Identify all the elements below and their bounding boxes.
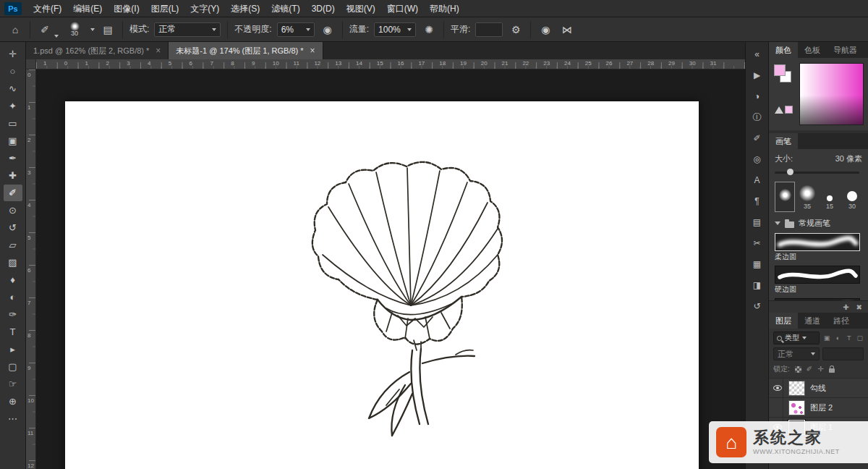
filter-pixel-layers-icon[interactable]: ▣ — [823, 333, 830, 343]
menu-item-help[interactable]: 帮助(H) — [424, 0, 465, 17]
brush-preset-soft-round[interactable]: 柔边圆 — [775, 233, 862, 261]
menu-item-layer[interactable]: 图层(L) — [145, 0, 185, 17]
tool-lasso[interactable]: ∿ — [4, 80, 22, 97]
tool-presets-panel-icon[interactable]: ✂ — [750, 237, 765, 250]
tool-frame[interactable]: ▣ — [4, 132, 22, 149]
brush-settings-panel-toggle-icon[interactable]: ▤ — [100, 22, 116, 38]
tool-path-select[interactable]: ▸ — [4, 341, 22, 358]
opacity-dropdown[interactable]: 6% — [277, 22, 315, 37]
layer-thumbnail[interactable] — [788, 381, 805, 396]
slider-thumb[interactable] — [787, 169, 793, 175]
document-canvas[interactable] — [65, 101, 699, 469]
ruler-origin-corner[interactable] — [26, 59, 36, 69]
visibility-toggle[interactable] — [773, 379, 783, 397]
tool-eraser[interactable]: ▱ — [4, 237, 22, 253]
info-panel-icon[interactable]: Ⓘ — [750, 111, 765, 124]
menu-item-3d[interactable]: 3D(D) — [306, 0, 341, 17]
layer-filter-type-dropdown[interactable]: 类型 — [773, 331, 820, 345]
actions-panel-icon[interactable]: ▶ — [750, 69, 765, 82]
tool-edit-toolbar[interactable]: ⋯ — [4, 410, 22, 427]
menu-item-filter[interactable]: 滤镜(T) — [265, 0, 305, 17]
character-panel-icon[interactable]: A — [750, 174, 765, 187]
tab-channels[interactable]: 通道 — [798, 313, 827, 329]
brush-tip-item[interactable]: 35 — [797, 182, 817, 212]
tool-crop[interactable]: ▭ — [4, 115, 22, 132]
lock-position-icon[interactable]: ✛ — [817, 366, 823, 373]
clone-source-panel-icon[interactable]: ◎ — [750, 153, 765, 166]
tab-layers[interactable]: 图层 — [769, 313, 798, 329]
tool-pen[interactable]: ✑ — [4, 306, 22, 323]
properties-panel-icon[interactable]: ◨ — [750, 279, 765, 292]
close-icon[interactable]: × — [156, 46, 161, 55]
menu-item-select[interactable]: 选择(S) — [225, 0, 265, 17]
lock-pixels-icon[interactable]: ✐ — [807, 366, 812, 373]
brush-preset-hard-round[interactable]: 硬边圆 — [775, 266, 862, 294]
tool-history-brush[interactable]: ↺ — [4, 219, 22, 236]
flow-dropdown[interactable]: 100% — [374, 22, 416, 37]
tool-preset-picker[interactable]: ✐ — [37, 22, 59, 38]
tool-quick-selection[interactable]: ✦ — [4, 98, 22, 114]
brush-tip-item[interactable]: 15 — [820, 182, 840, 212]
pressure-size-icon[interactable]: ◉ — [537, 22, 553, 38]
tool-brush[interactable]: ✐ — [4, 185, 22, 201]
glyphs-panel-icon[interactable]: ▤ — [750, 216, 765, 229]
airbrush-icon[interactable]: ✺ — [421, 22, 437, 38]
layer-opacity-field[interactable] — [822, 347, 864, 360]
tool-clone-stamp[interactable]: ⊙ — [4, 202, 22, 219]
tool-move[interactable]: ✛ — [4, 46, 22, 62]
lock-all-icon[interactable] — [829, 368, 835, 373]
adjustments-panel-icon[interactable]: ◑ — [750, 90, 765, 103]
color-picker-gradient[interactable] — [799, 63, 864, 125]
delete-brush-icon[interactable]: ✖ — [856, 303, 862, 311]
brush-tip-item[interactable] — [775, 182, 795, 212]
foreground-color-swatch[interactable] — [774, 64, 786, 76]
menu-item-image[interactable]: 图像(I) — [108, 0, 145, 17]
filter-shape-layers-icon[interactable]: ▢ — [856, 333, 864, 343]
tool-hand[interactable]: ☞ — [4, 376, 22, 392]
layer-blend-mode-dropdown[interactable]: 正常 — [773, 347, 820, 360]
tool-eyedropper[interactable]: ✒ — [4, 150, 22, 166]
document-tab-untitled-1[interactable]: 未标题-1 @ 174% (图层 1, RGB/8) * × — [169, 42, 323, 59]
tab-swatches[interactable]: 色板 — [798, 42, 827, 58]
tool-spot-healing[interactable]: ✚ — [4, 167, 22, 184]
smoothing-options-gear-icon[interactable]: ⚙ — [508, 22, 524, 38]
layer-thumbnail[interactable] — [788, 400, 805, 415]
menu-item-type[interactable]: 文字(Y) — [184, 0, 225, 17]
pressure-opacity-icon[interactable]: ◉ — [320, 22, 336, 38]
close-icon[interactable]: × — [310, 46, 315, 55]
menu-item-window[interactable]: 窗口(W) — [381, 0, 424, 17]
tool-dodge[interactable]: ◐ — [4, 289, 22, 305]
brush-size-slider[interactable] — [775, 167, 862, 177]
tab-paths[interactable]: 路径 — [827, 313, 856, 329]
tool-shape[interactable]: ▢ — [4, 358, 22, 375]
brush-preset-picker[interactable]: 30 — [64, 22, 85, 37]
layer-row-layer2[interactable]: 图层 2 — [769, 398, 868, 418]
tool-marquee[interactable]: ○ — [4, 63, 22, 80]
tool-blur[interactable]: ♦ — [4, 271, 22, 288]
lock-transparency-icon[interactable] — [795, 366, 801, 373]
filter-type-layers-icon[interactable]: T — [846, 333, 853, 343]
gamut-color-swatch[interactable] — [785, 106, 793, 114]
document-tab-1psd[interactable]: 1.psd @ 162% (图层 2, RGB/8) * × — [26, 42, 169, 59]
libraries-panel-icon[interactable]: ▦ — [750, 258, 765, 271]
paragraph-panel-icon[interactable]: ¶ — [750, 195, 765, 208]
collapse-panels-icon[interactable]: « — [750, 48, 765, 61]
visibility-toggle[interactable] — [773, 398, 783, 417]
menu-item-view[interactable]: 视图(V) — [341, 0, 381, 17]
layer-row-gouxian[interactable]: 勾线 — [769, 379, 868, 398]
home-icon[interactable]: ⌂ — [7, 22, 23, 38]
tool-zoom[interactable]: ⊕ — [4, 393, 22, 410]
brush-tip-item[interactable]: 30 — [842, 182, 862, 212]
history-panel-icon[interactable]: ↺ — [750, 300, 765, 313]
tab-brushes[interactable]: 画笔 — [769, 133, 798, 149]
filter-adjustment-layers-icon[interactable]: ◐ — [834, 333, 841, 343]
chevron-down-icon[interactable] — [90, 28, 95, 31]
gamut-warning-icon[interactable] — [775, 106, 783, 114]
brush-symmetry-icon[interactable]: ⋈ — [558, 22, 574, 38]
tab-navigator[interactable]: 导航器 — [827, 42, 864, 58]
tool-gradient[interactable]: ▨ — [4, 254, 22, 271]
brush-settings-panel-icon[interactable]: ✐ — [750, 132, 765, 145]
menu-item-edit[interactable]: 编辑(E) — [67, 0, 108, 17]
tool-type[interactable]: T — [4, 324, 22, 340]
smoothing-field[interactable] — [475, 22, 503, 37]
